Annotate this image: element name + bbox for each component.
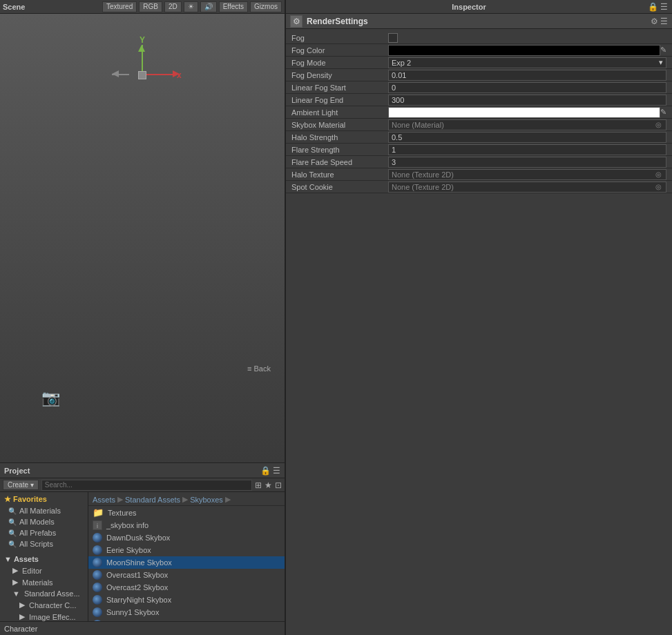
spot-cookie-pick-btn[interactable]: ◎: [653, 182, 663, 192]
skybox-icon: [93, 607, 102, 617]
tree-materials[interactable]: ▶ Materials: [0, 576, 88, 588]
fog-mode-value: Exp 2: [392, 59, 411, 67]
create-button[interactable]: Create ▾: [3, 480, 39, 490]
tree-character[interactable]: ▶ Character C...: [0, 599, 88, 611]
fog-color-swatch[interactable]: [388, 45, 660, 56]
assets-section[interactable]: ▼ Assets: [0, 554, 88, 565]
fog-density-input[interactable]: [388, 70, 666, 81]
character-tab[interactable]: Character: [4, 625, 37, 633]
halo-texture-field[interactable]: None (Texture 2D) ◎: [388, 169, 666, 180]
gizmos-btn[interactable]: Gizmos: [250, 1, 282, 12]
flare-strength-input[interactable]: [388, 144, 666, 155]
label-halo-strength: Halo Strength: [291, 133, 388, 141]
y-tip: [138, 45, 145, 52]
skybox-icon: [93, 595, 102, 605]
breadcrumb-assets[interactable]: Assets: [93, 496, 115, 504]
folder-arrow-char: ▶: [19, 600, 25, 609]
fav-all-prefabs[interactable]: 🔍 All Prefabs: [0, 527, 88, 538]
fav-all-materials[interactable]: 🔍 All Materials: [0, 505, 88, 516]
label-linear-fog-end: Linear Fog End: [291, 96, 388, 104]
inspector-header: Inspector 🔒 ☰: [286, 0, 672, 14]
halo-strength-input[interactable]: [388, 132, 666, 143]
expand-icon[interactable]: ⊡: [275, 480, 282, 490]
rgb-btn[interactable]: RGB: [139, 1, 162, 12]
audio-btn[interactable]: 🔊: [200, 1, 217, 12]
label-skybox-material: Skybox Material: [291, 121, 388, 129]
folder-arrow-editor: ▶: [12, 566, 18, 575]
label-ambient-light: Ambient Light: [291, 108, 388, 117]
label-fog-color: Fog Color: [291, 46, 388, 55]
fav-all-models[interactable]: 🔍 All Models: [0, 516, 88, 527]
info-icon: i: [93, 520, 102, 530]
file-item[interactable]: Overcast2 Skybox: [88, 581, 285, 594]
inspector-panel: Inspector 🔒 ☰ ⚙ RenderSettings ⚙ ☰ Fog: [285, 0, 672, 635]
file-item[interactable]: StarryNight Skybox: [88, 594, 285, 606]
component-name: RenderSettings: [307, 17, 368, 26]
tree-editor[interactable]: ▶ Editor: [0, 565, 88, 576]
flare-fade-speed-input[interactable]: [388, 157, 666, 168]
fav-label-scripts: All Scripts: [19, 540, 53, 548]
skybox-icon: [93, 533, 102, 543]
lock-icon[interactable]: 🔒: [260, 466, 271, 476]
fog-color-edit-btn[interactable]: ✎: [660, 46, 666, 55]
breadcrumb-standard-assets[interactable]: Standard Assets: [125, 496, 180, 504]
component-expand-btn[interactable]: ☰: [660, 17, 668, 26]
inspector-menu-btn[interactable]: ☰: [660, 2, 668, 12]
2d-btn[interactable]: 2D: [164, 1, 182, 12]
bottom-tab-bar: Character: [0, 621, 285, 635]
fav-label-prefabs: All Prefabs: [19, 529, 56, 537]
file-label: _skybox info: [106, 521, 148, 529]
file-item[interactable]: i_skybox info: [88, 519, 285, 531]
scene-viewport: Y x ≡ Back 📷: [0, 14, 285, 462]
x-axis: [146, 74, 174, 75]
file-item[interactable]: MoonShine Skybox: [88, 556, 285, 569]
breadcrumb-skyboxes[interactable]: Skyboxes: [190, 496, 223, 504]
file-item[interactable]: Overcast1 Skybox: [88, 569, 285, 581]
project-panel: Project 🔒 ☰ Create ▾ ⊞ ★ ⊡ ★ Favorites: [0, 462, 285, 621]
file-item[interactable]: DawnDusk Skybox: [88, 531, 285, 544]
fog-mode-select[interactable]: Exp 2 ▾: [388, 57, 666, 68]
file-label: Eerie Skybox: [106, 546, 151, 554]
prop-flare-fade-speed: Flare Fade Speed: [286, 156, 672, 168]
label-flare-fade-speed: Flare Fade Speed: [291, 158, 388, 166]
file-list: 📁Texturesi_skybox infoDawnDusk SkyboxEer…: [88, 506, 285, 621]
star-filter-icon[interactable]: ★: [265, 480, 272, 490]
component-settings-btn[interactable]: ⚙: [651, 17, 658, 26]
skybox-material-field[interactable]: None (Material) ◎: [388, 119, 666, 130]
label-fog: Fog: [291, 34, 388, 42]
inspector-title: Inspector: [290, 3, 648, 11]
prop-ambient-light: Ambient Light ✎: [286, 106, 672, 119]
inspector-lock-btn[interactable]: 🔒: [648, 2, 658, 12]
search-input[interactable]: [41, 480, 252, 491]
menu-icon[interactable]: ☰: [273, 466, 280, 476]
scene-header: Scene Textured RGB 2D ☀ 🔊 Effects Gizmos: [0, 0, 285, 14]
ambient-color-swatch[interactable]: [388, 107, 660, 118]
linear-fog-start-input[interactable]: [388, 82, 666, 93]
main-layout: Scene Textured RGB 2D ☀ 🔊 Effects Gizmos: [0, 0, 672, 635]
linear-fog-end-input[interactable]: [388, 95, 666, 106]
label-linear-fog-start: Linear Fog Start: [291, 84, 388, 92]
file-item[interactable]: Eerie Skybox: [88, 544, 285, 556]
search-icon-scripts: 🔍: [8, 540, 17, 548]
project-toolbar: Create ▾ ⊞ ★ ⊡: [0, 478, 285, 492]
files-panel: Assets ▶ Standard Assets ▶ Skyboxes ▶ 📁T…: [88, 492, 285, 621]
project-title: Project: [4, 467, 30, 475]
file-item[interactable]: Sunny1 Skybox: [88, 606, 285, 618]
sun-btn[interactable]: ☀: [184, 1, 198, 12]
effects-btn[interactable]: Effects: [219, 1, 248, 12]
fog-checkbox[interactable]: [388, 33, 398, 43]
left-panel: Scene Textured RGB 2D ☀ 🔊 Effects Gizmos: [0, 0, 285, 635]
textured-btn[interactable]: Textured: [102, 1, 137, 12]
file-item[interactable]: 📁Textures: [88, 506, 285, 519]
skybox-material-pick-btn[interactable]: ◎: [653, 120, 663, 130]
halo-texture-pick-btn[interactable]: ◎: [653, 170, 663, 179]
fav-all-scripts[interactable]: 🔍 All Scripts: [0, 538, 88, 549]
spot-cookie-field[interactable]: None (Texture 2D) ◎: [388, 182, 666, 193]
search-icon-models: 🔍: [8, 518, 17, 526]
file-label: StarryNight Skybox: [106, 596, 171, 604]
ambient-edit-btn[interactable]: ✎: [660, 108, 666, 117]
tree-standard-assets[interactable]: ▼ Standard Asse...: [0, 588, 88, 599]
filter-icon[interactable]: ⊞: [255, 480, 262, 490]
prop-skybox-material: Skybox Material None (Material) ◎: [286, 119, 672, 131]
tree-image-effects[interactable]: ▶ Image Effec...: [0, 611, 88, 621]
